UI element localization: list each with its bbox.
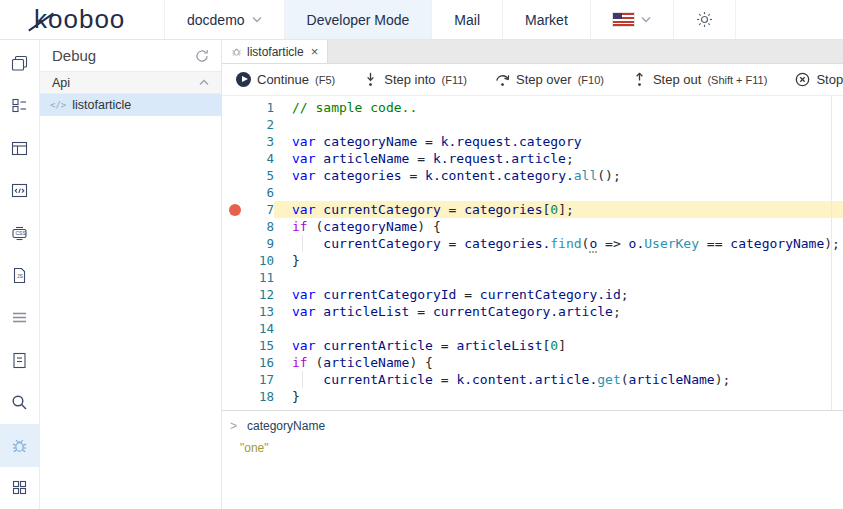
console-input[interactable]: categoryName [247, 419, 325, 433]
code-line-content[interactable]: var currentArticle = articleList[0] [274, 337, 843, 354]
step-out-shortcut: (Shift + F11) [707, 74, 767, 86]
mail-label: Mail [454, 12, 480, 28]
nav-developer-mode[interactable]: Developer Mode [284, 0, 432, 39]
language-selector[interactable] [590, 0, 673, 39]
debug-console: > categoryName "one" [222, 410, 843, 509]
debug-icon [11, 437, 28, 454]
breakpoint-dot[interactable] [229, 204, 241, 216]
menu-icon [11, 309, 28, 326]
sidebar-item-debug[interactable] [0, 424, 39, 466]
line-number: 10 [250, 252, 274, 269]
code-line-content[interactable]: currentArticle = k.content.article.get(a… [274, 371, 843, 388]
code-line-content[interactable]: var currentCategory = categories[0]; [274, 201, 843, 218]
breakpoint-margin[interactable] [222, 201, 250, 218]
code-line-content[interactable]: if (articleName) { [274, 354, 843, 371]
code-line-content[interactable] [274, 116, 843, 133]
step-over-button[interactable]: Step over (F10) [495, 72, 604, 87]
debug-panel: Debug Api </> listofarticle [40, 40, 222, 509]
sidebar-item-styles[interactable]: CSS [0, 212, 39, 254]
breakpoint-margin[interactable] [222, 303, 250, 320]
top-menu: docdemo Developer Mode Mail Market [164, 0, 736, 39]
debug-panel-title: Debug [52, 47, 96, 64]
us-flag-icon [613, 13, 634, 26]
breakpoint-margin[interactable] [222, 269, 250, 286]
breakpoint-margin[interactable] [222, 116, 250, 133]
code-line: 11 [222, 269, 843, 286]
sidebar-item-layout[interactable] [0, 127, 39, 169]
breakpoint-margin[interactable] [222, 252, 250, 269]
code-line: 2 [222, 116, 843, 133]
code-line-content[interactable]: currentCategory = categories.find(o => o… [274, 235, 843, 252]
breakpoint-margin[interactable] [222, 354, 250, 371]
chevron-down-icon [641, 16, 651, 23]
code-line: 7var currentCategory = categories[0]; [222, 201, 843, 218]
continue-icon [236, 72, 251, 87]
sidebar-item-code[interactable] [0, 169, 39, 211]
breakpoint-margin[interactable] [222, 150, 250, 167]
kooboo-app: kooboo docdemo Developer Mode Mail Marke… [0, 0, 843, 509]
close-icon[interactable]: × [311, 45, 319, 58]
code-line-content[interactable]: var articleList = currentCategory.articl… [274, 303, 843, 320]
code-line-content[interactable]: var currentCategoryId = currentCategory.… [274, 286, 843, 303]
code-line-content[interactable]: // sample code.. [274, 99, 843, 116]
breakpoint-margin[interactable] [222, 337, 250, 354]
sidebar-item-pages[interactable] [0, 42, 39, 84]
stop-button[interactable]: Stop (Shift + F5) [795, 72, 843, 87]
step-out-label: Step out [653, 72, 701, 87]
site-selector[interactable]: docdemo [164, 0, 284, 39]
breakpoint-margin[interactable] [222, 371, 250, 388]
line-number: 17 [250, 371, 274, 388]
code-line-content[interactable] [274, 269, 843, 286]
code-line-content[interactable]: var categories = k.content.category.all(… [274, 167, 843, 184]
breakpoint-margin[interactable] [222, 99, 250, 116]
code-editor[interactable]: 1// sample code..23var categoryName = k.… [222, 96, 843, 410]
breakpoint-margin[interactable] [222, 184, 250, 201]
code-line-content[interactable]: if (categoryName) { [274, 218, 843, 235]
code-line-content[interactable]: var articleName = k.request.article; [274, 150, 843, 167]
sidebar-item-forms[interactable] [0, 339, 39, 381]
code-file-icon: </> [50, 100, 66, 110]
line-number: 5 [250, 167, 274, 184]
continue-button[interactable]: Continue (F5) [236, 72, 335, 87]
continue-label: Continue [257, 72, 309, 87]
code-line: 12var currentCategoryId = currentCategor… [222, 286, 843, 303]
nav-mail[interactable]: Mail [431, 0, 502, 39]
breakpoint-margin[interactable] [222, 167, 250, 184]
breakpoint-margin[interactable] [222, 388, 250, 405]
code-line-content[interactable] [274, 320, 843, 337]
tab-listofarticle[interactable]: listofarticle × [222, 40, 328, 63]
script-file-icon: JS [11, 267, 28, 284]
line-number: 11 [250, 269, 274, 286]
sidebar-item-search[interactable] [0, 382, 39, 424]
sidebar-item-scripts[interactable]: JS [0, 254, 39, 296]
breakpoint-margin[interactable] [222, 218, 250, 235]
code-line-content[interactable]: } [274, 252, 843, 269]
line-number: 3 [250, 133, 274, 150]
theme-toggle[interactable] [673, 0, 736, 39]
sun-icon [696, 11, 713, 28]
sidebar-item-apps[interactable] [0, 467, 39, 509]
kooboo-logo[interactable]: kooboo [0, 0, 150, 39]
api-section-header[interactable]: Api [40, 72, 221, 94]
scrollbar[interactable] [831, 96, 832, 410]
sidebar-item-content[interactable] [0, 84, 39, 126]
breakpoint-margin[interactable] [222, 235, 250, 252]
debug-item-listofarticle[interactable]: </> listofarticle [40, 94, 221, 116]
code-line-content[interactable]: var categoryName = k.request.category [274, 133, 843, 150]
breakpoint-margin[interactable] [222, 320, 250, 337]
code-line-content[interactable] [274, 184, 843, 201]
nav-market[interactable]: Market [502, 0, 590, 39]
code-line-content[interactable]: } [274, 388, 843, 405]
console-result: "one" [222, 433, 843, 455]
refresh-icon[interactable] [195, 49, 209, 63]
line-number: 2 [250, 116, 274, 133]
debug-toolbar: Continue (F5) Step into (F11) Step over … [222, 64, 843, 96]
breakpoint-margin[interactable] [222, 133, 250, 150]
step-out-button[interactable]: Step out (Shift + F11) [632, 72, 767, 87]
console-prompt-row[interactable]: > categoryName [222, 411, 843, 433]
sidebar-item-menu[interactable] [0, 297, 39, 339]
breakpoint-margin[interactable] [222, 286, 250, 303]
line-number: 16 [250, 354, 274, 371]
step-into-button[interactable]: Step into (F11) [363, 72, 467, 87]
code-line: 4var articleName = k.request.article; [222, 150, 843, 167]
